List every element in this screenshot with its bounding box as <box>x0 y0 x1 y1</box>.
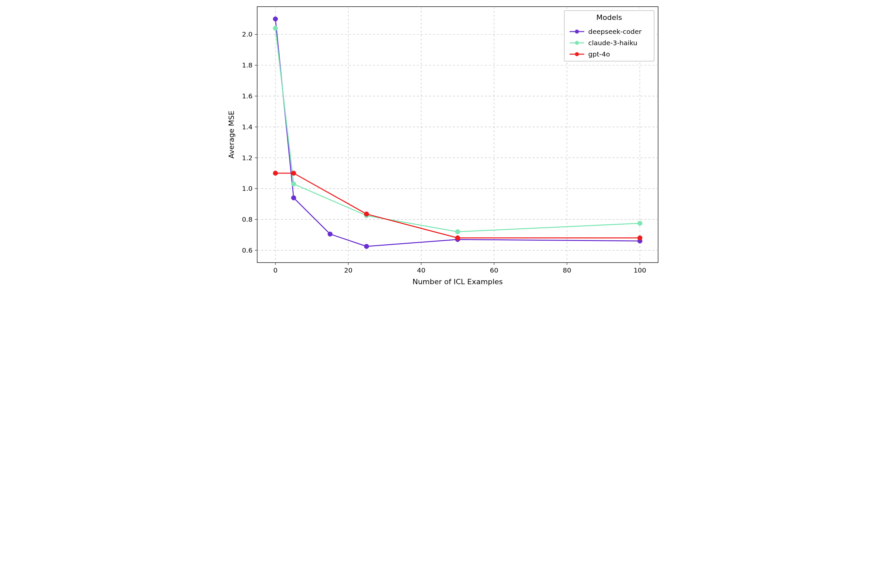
x-tick-label: 80 <box>563 266 571 274</box>
series-marker <box>273 16 277 21</box>
y-tick-label: 1.6 <box>242 92 253 100</box>
legend-title: Models <box>596 13 622 22</box>
y-tick-label: 1.8 <box>242 61 253 69</box>
x-tick-label: 20 <box>344 266 352 274</box>
x-tick-label: 40 <box>417 266 425 274</box>
series-marker <box>455 230 460 234</box>
y-tick-label: 2.0 <box>242 30 253 38</box>
series-marker <box>273 26 277 31</box>
series-marker <box>364 212 369 216</box>
x-tick-label: 60 <box>490 266 498 274</box>
series-marker <box>455 236 460 240</box>
chart-container: 0204060801000.60.81.01.21.41.61.82.0Numb… <box>222 0 666 294</box>
y-tick-label: 1.2 <box>242 154 253 162</box>
series-marker <box>364 244 369 249</box>
legend-item-label: gpt-4o <box>588 50 610 58</box>
x-tick-label: 100 <box>634 266 646 274</box>
legend-swatch-marker <box>575 30 579 34</box>
legend-item-label: claude-3-haiku <box>588 39 637 47</box>
series-marker <box>637 236 642 240</box>
x-tick-label: 0 <box>273 266 277 274</box>
chart-svg: 0204060801000.60.81.01.21.41.61.82.0Numb… <box>222 0 666 294</box>
series-marker <box>291 171 296 176</box>
y-tick-label: 1.4 <box>242 123 253 131</box>
y-tick-label: 0.8 <box>242 215 253 224</box>
legend-swatch-marker <box>575 52 579 56</box>
y-tick-label: 0.6 <box>242 246 253 254</box>
legend-swatch-marker <box>575 41 579 45</box>
series-marker <box>291 195 296 200</box>
series-marker <box>273 171 277 176</box>
legend-item-label: deepseek-coder <box>588 28 642 36</box>
series-marker <box>637 221 642 226</box>
y-tick-label: 1.0 <box>242 184 253 192</box>
series-marker <box>291 182 296 186</box>
x-axis-label: Number of ICL Examples <box>412 278 503 286</box>
y-axis-label: Average MSE <box>227 111 236 159</box>
series-marker <box>328 232 333 236</box>
